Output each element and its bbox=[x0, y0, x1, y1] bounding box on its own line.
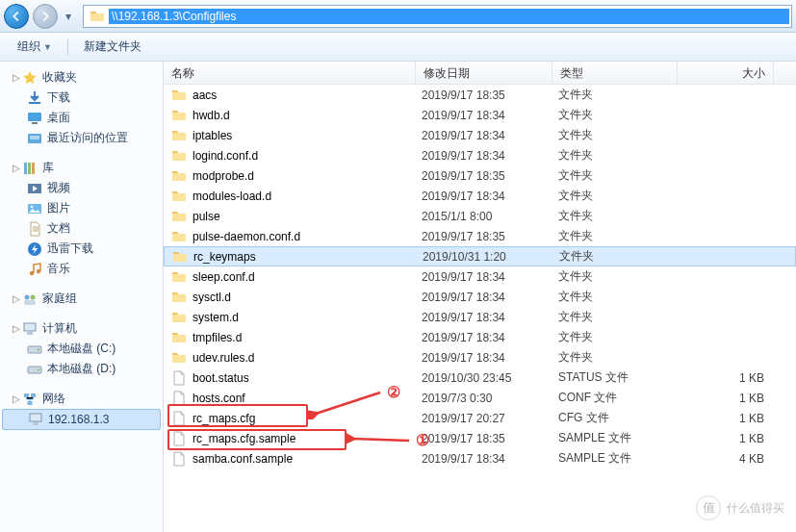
column-date[interactable]: 修改日期 bbox=[416, 62, 552, 84]
new-folder-button[interactable]: 新建文件夹 bbox=[76, 35, 149, 59]
sidebar-item-computer-1[interactable]: 本地磁盘 (D:) bbox=[2, 359, 161, 379]
file-type: 文件夹 bbox=[558, 329, 683, 345]
sidebar-item-label: 下载 bbox=[47, 89, 70, 106]
folder-row[interactable]: logind.conf.d2019/9/17 18:34文件夹 bbox=[164, 145, 796, 165]
file-date: 2019/10/31 1:20 bbox=[423, 250, 559, 264]
file-name: sleep.conf.d bbox=[193, 270, 422, 284]
file-row[interactable]: boot.status2019/10/30 23:45STATUS 文件1 KB bbox=[164, 367, 796, 388]
sidebar-item-libraries-0[interactable]: 视频 bbox=[2, 178, 161, 198]
sidebar-item-favorites-2[interactable]: 最近访问的位置 bbox=[2, 128, 161, 148]
sidebar-item-network-0[interactable]: 192.168.1.3 bbox=[2, 409, 161, 430]
folder-row[interactable]: pulse2015/1/1 8:00文件夹 bbox=[164, 206, 796, 226]
folder-row[interactable]: pulse-daemon.conf.d2019/9/17 18:35文件夹 bbox=[164, 226, 796, 246]
file-name: tmpfiles.d bbox=[193, 331, 422, 344]
file-name: system.d bbox=[193, 311, 422, 324]
sidebar-item-computer-0[interactable]: 本地磁盘 (C:) bbox=[2, 339, 161, 359]
svg-point-13 bbox=[25, 294, 30, 299]
sidebar-item-libraries-2[interactable]: 文档 bbox=[2, 218, 161, 239]
svg-rect-4 bbox=[24, 163, 27, 174]
sidebar-item-favorites-0[interactable]: 下载 bbox=[2, 88, 161, 108]
file-type: CONF 文件 bbox=[558, 390, 683, 406]
folder-row[interactable]: tmpfiles.d2019/9/17 18:34文件夹 bbox=[164, 327, 796, 347]
file-name: rc_keymaps bbox=[193, 250, 423, 264]
folder-row[interactable]: udev.rules.d2019/9/17 18:34文件夹 bbox=[164, 347, 796, 367]
column-type[interactable]: 类型 bbox=[552, 62, 678, 84]
column-size[interactable]: 大小 bbox=[678, 62, 774, 84]
sidebar-item-libraries-4[interactable]: 音乐 bbox=[2, 259, 161, 279]
folder-row[interactable]: system.d2019/9/17 18:34文件夹 bbox=[164, 307, 796, 327]
column-name[interactable]: 名称 bbox=[164, 62, 416, 84]
file-row[interactable]: hosts.conf2019/7/3 0:30CONF 文件1 KB bbox=[164, 388, 796, 408]
file-size: 1 KB bbox=[683, 392, 772, 405]
svg-rect-26 bbox=[33, 422, 39, 425]
file-row[interactable]: rc_maps.cfg2019/9/17 20:27CFG 文件1 KB bbox=[164, 408, 796, 428]
folder-row[interactable]: sleep.conf.d2019/9/17 18:34文件夹 bbox=[164, 266, 796, 287]
sidebar-item-favorites-1[interactable]: 桌面 bbox=[2, 108, 161, 128]
folder-row[interactable]: modprobe.d2019/9/17 18:35文件夹 bbox=[164, 165, 796, 186]
navigation-pane: ▷收藏夹下载桌面最近访问的位置▷库视频图片文档迅雷下载音乐▷家庭组▷计算机本地磁… bbox=[0, 62, 164, 532]
sidebar-item-label: 音乐 bbox=[47, 261, 70, 277]
file-size: 4 KB bbox=[683, 452, 772, 466]
file-name: rc_maps.cfg.sample bbox=[193, 432, 422, 445]
folder-row[interactable]: modules-load.d2019/9/17 18:34文件夹 bbox=[164, 186, 796, 206]
toolbar: 组织▼ 新建文件夹 bbox=[0, 33, 796, 62]
sidebar-item-libraries-1[interactable]: 图片 bbox=[2, 198, 161, 218]
svg-point-19 bbox=[38, 348, 39, 350]
file-name: pulse bbox=[193, 210, 422, 223]
annotation-label-2: ② bbox=[387, 383, 400, 401]
file-name: logind.conf.d bbox=[193, 149, 422, 163]
file-type: 文件夹 bbox=[558, 228, 683, 244]
file-row[interactable]: samba.conf.sample2019/9/17 18:34SAMPLE 文… bbox=[164, 448, 796, 469]
file-date: 2019/9/17 18:34 bbox=[422, 109, 558, 122]
folder-row[interactable]: rc_keymaps2019/10/31 1:20文件夹 bbox=[164, 246, 796, 266]
folder-row[interactable]: hwdb.d2019/9/17 18:34文件夹 bbox=[164, 105, 796, 125]
folder-row[interactable]: aacs2019/9/17 18:35文件夹 bbox=[164, 85, 796, 105]
sidebar-label: 家庭组 bbox=[42, 291, 77, 307]
sidebar-item-label: 视频 bbox=[47, 180, 70, 196]
file-name: pulse-daemon.conf.d bbox=[193, 230, 422, 243]
sidebar-favorites[interactable]: ▷收藏夹 bbox=[2, 67, 161, 88]
forward-button[interactable] bbox=[33, 4, 58, 29]
organize-menu[interactable]: 组织▼ bbox=[10, 35, 60, 59]
sidebar-label: 网络 bbox=[42, 391, 65, 407]
file-date: 2019/7/3 0:30 bbox=[422, 392, 558, 405]
back-button[interactable] bbox=[4, 4, 29, 29]
sidebar-label: 计算机 bbox=[42, 320, 77, 337]
svg-rect-16 bbox=[24, 323, 36, 331]
file-type: 文件夹 bbox=[558, 188, 683, 204]
file-type: 文件夹 bbox=[558, 349, 683, 366]
file-type: SAMPLE 文件 bbox=[558, 430, 683, 446]
sidebar-item-label: 图片 bbox=[47, 200, 70, 216]
file-list-pane: 名称 修改日期 类型 大小 aacs2019/9/17 18:35文件夹hwdb… bbox=[164, 62, 796, 532]
svg-rect-22 bbox=[24, 393, 29, 397]
sidebar-computer[interactable]: ▷计算机 bbox=[2, 318, 161, 339]
sidebar-item-libraries-3[interactable]: 迅雷下载 bbox=[2, 239, 161, 259]
file-size: 1 KB bbox=[683, 412, 772, 425]
sidebar-item-label: 192.168.1.3 bbox=[48, 413, 109, 426]
svg-rect-23 bbox=[31, 393, 36, 397]
file-name: samba.conf.sample bbox=[193, 452, 422, 466]
file-type: 文件夹 bbox=[559, 248, 684, 265]
file-type: 文件夹 bbox=[558, 289, 683, 305]
navigation-bar: ▾ \\192.168.1.3\Configfiles bbox=[0, 0, 796, 33]
sidebar-libraries[interactable]: ▷库 bbox=[2, 158, 161, 178]
file-name: rc_maps.cfg bbox=[193, 412, 422, 425]
sidebar-network[interactable]: ▷网络 bbox=[2, 389, 161, 409]
file-date: 2019/9/17 18:34 bbox=[422, 190, 558, 203]
file-row[interactable]: rc_maps.cfg.sample2019/9/17 18:35SAMPLE … bbox=[164, 428, 796, 448]
address-bar[interactable]: \\192.168.1.3\Configfiles bbox=[83, 5, 792, 28]
file-list[interactable]: aacs2019/9/17 18:35文件夹hwdb.d2019/9/17 18… bbox=[164, 85, 796, 523]
file-date: 2019/9/17 18:34 bbox=[422, 149, 558, 163]
svg-rect-1 bbox=[28, 113, 41, 121]
file-date: 2019/9/17 18:35 bbox=[422, 89, 558, 102]
folder-row[interactable]: sysctl.d2019/9/17 18:34文件夹 bbox=[164, 287, 796, 307]
file-type: 文件夹 bbox=[558, 309, 683, 325]
folder-row[interactable]: iptables2019/9/17 18:34文件夹 bbox=[164, 125, 796, 145]
file-date: 2019/9/17 18:34 bbox=[422, 351, 558, 365]
address-path: \\192.168.1.3\Configfiles bbox=[109, 9, 789, 24]
sidebar-homegroup[interactable]: ▷家庭组 bbox=[2, 289, 161, 309]
history-dropdown[interactable]: ▾ bbox=[62, 6, 75, 27]
file-date: 2019/9/17 20:27 bbox=[422, 412, 558, 425]
file-date: 2019/9/17 18:35 bbox=[422, 169, 558, 183]
svg-rect-5 bbox=[28, 163, 31, 174]
